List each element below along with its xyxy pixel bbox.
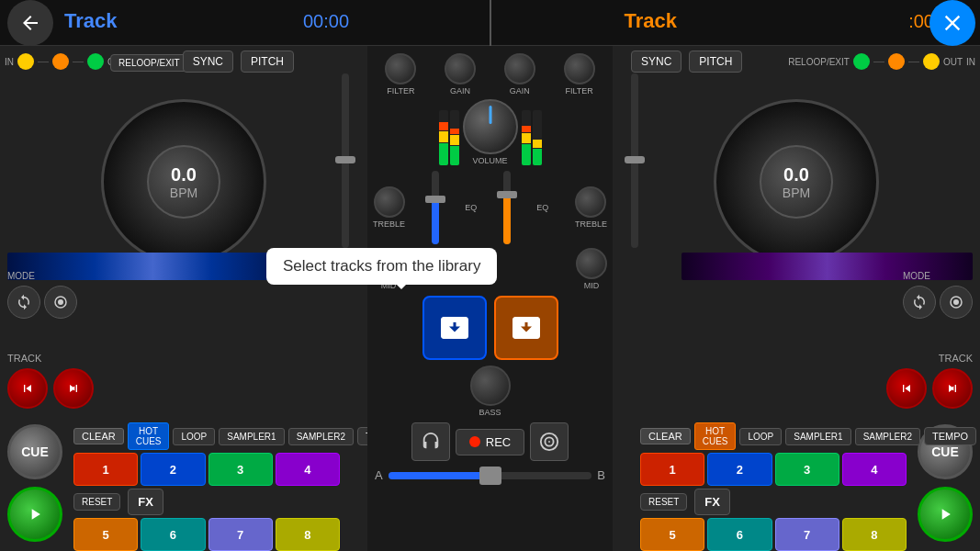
volume-knob[interactable] bbox=[463, 99, 518, 154]
target-btn[interactable] bbox=[530, 422, 569, 461]
pad-6-right[interactable]: 6 bbox=[707, 518, 772, 551]
next-track-btn-left[interactable] bbox=[53, 368, 94, 409]
track-left-label: Track bbox=[64, 9, 118, 33]
next-track-btn-right[interactable] bbox=[932, 368, 973, 409]
dash1-left: — bbox=[38, 55, 49, 68]
cue-btn-left[interactable]: CUE bbox=[7, 424, 62, 479]
crossfader-thumb[interactable] bbox=[479, 467, 501, 485]
pad-8-right[interactable]: 8 bbox=[842, 518, 907, 551]
pad-7-right[interactable]: 7 bbox=[775, 518, 839, 551]
play-btn-right[interactable] bbox=[918, 487, 973, 542]
b-label: B bbox=[597, 468, 605, 482]
mode-icon1-left[interactable] bbox=[7, 286, 40, 319]
fx-btn-right[interactable]: FX bbox=[694, 489, 730, 515]
sampler2-tab-left[interactable]: SAMPLER2 bbox=[288, 428, 354, 445]
gain-right-knob[interactable] bbox=[504, 53, 535, 84]
pad-7-left[interactable]: 7 bbox=[208, 518, 273, 551]
loop-tab-left[interactable]: LOOP bbox=[173, 428, 215, 445]
pad-3-left[interactable]: 3 bbox=[208, 453, 273, 486]
mode-icon2-right[interactable] bbox=[940, 286, 973, 319]
in-dot-left[interactable] bbox=[17, 53, 34, 70]
tooltip-bubble: Select tracks from the library bbox=[266, 248, 497, 285]
library-btn-left[interactable] bbox=[422, 296, 487, 360]
out-dot-left[interactable] bbox=[52, 53, 69, 70]
pad-1-left[interactable]: 1 bbox=[73, 453, 138, 486]
pad-8-left[interactable]: 8 bbox=[276, 518, 340, 551]
pad-2-right[interactable]: 2 bbox=[707, 453, 772, 486]
mid-right-knob[interactable] bbox=[576, 248, 607, 279]
pad-5-left[interactable]: 5 bbox=[73, 518, 138, 551]
library-btn-right[interactable] bbox=[494, 296, 558, 360]
treble-right-knob[interactable] bbox=[575, 186, 606, 218]
mode-label-right: MODE bbox=[903, 271, 930, 281]
pad-grid-top-left: 1 2 3 4 bbox=[73, 453, 340, 486]
filter-left-knob[interactable] bbox=[385, 53, 416, 84]
filter-right-label: FILTER bbox=[565, 86, 592, 96]
orange-dot-right[interactable] bbox=[888, 53, 905, 70]
hotcues-tab-right[interactable]: HOT CUES bbox=[694, 422, 737, 450]
treble-left-knob[interactable] bbox=[374, 186, 405, 218]
track-nav-left: TRACK bbox=[7, 349, 94, 409]
tooltip-text: Select tracks from the library bbox=[283, 257, 480, 275]
filter-right-knob[interactable] bbox=[564, 53, 595, 84]
left-vol-fader[interactable] bbox=[432, 171, 439, 244]
rec-button[interactable]: REC bbox=[456, 429, 524, 455]
io-section-left: IN — — OUT bbox=[5, 53, 127, 70]
mode-icon1-right[interactable] bbox=[903, 286, 936, 319]
track-right-label: Track bbox=[625, 9, 678, 33]
controls-row: REC bbox=[367, 419, 613, 465]
mode-label-left: MODE bbox=[7, 271, 35, 281]
pad-5-right[interactable]: 5 bbox=[640, 518, 704, 551]
fx-btn-left[interactable]: FX bbox=[128, 489, 163, 515]
center-vol-fader[interactable] bbox=[503, 171, 511, 244]
mixer: FILTER GAIN GAIN FILTER bbox=[367, 46, 613, 551]
loop-tab-right[interactable]: LOOP bbox=[739, 428, 782, 445]
time-left: 00:00 bbox=[303, 11, 349, 32]
pad-2-left[interactable]: 2 bbox=[141, 453, 205, 486]
bpm-value-left: 0.0 bbox=[171, 164, 197, 186]
mid-right-label: MID bbox=[584, 281, 600, 290]
sync-btn-left[interactable]: SYNC bbox=[183, 51, 233, 73]
sync-btn-right[interactable]: SYNC bbox=[631, 51, 681, 73]
bass-knob[interactable] bbox=[470, 365, 511, 406]
yellow-dot-right[interactable] bbox=[923, 53, 940, 70]
sampler2-tab-right[interactable]: SAMPLER2 bbox=[855, 428, 920, 445]
pad-4-left[interactable]: 4 bbox=[276, 453, 340, 486]
volume-label: VOLUME bbox=[472, 156, 507, 165]
pad-grid-top-right: 1 2 3 4 bbox=[640, 453, 907, 486]
pad-3-right[interactable]: 3 bbox=[775, 453, 839, 486]
prev-track-btn-right[interactable] bbox=[886, 368, 927, 409]
pitch-slider-left[interactable] bbox=[342, 73, 349, 257]
play-btn-left[interactable] bbox=[7, 487, 62, 542]
clear-btn-left[interactable]: CLEAR bbox=[73, 428, 124, 444]
crossfader-row: A B bbox=[367, 465, 613, 486]
green-dot-right[interactable] bbox=[853, 53, 870, 70]
eq-row: TREBLE EQ EQ bbox=[367, 169, 613, 246]
clear-btn-right[interactable]: CLEAR bbox=[640, 428, 691, 444]
mode-icon2-left[interactable] bbox=[44, 286, 77, 319]
pitch-slider-right[interactable] bbox=[631, 73, 638, 257]
hotcues-tab-left[interactable]: HOT CUES bbox=[128, 422, 170, 450]
pad-1-right[interactable]: 1 bbox=[640, 453, 704, 486]
sampler1-tab-left[interactable]: SAMPLER1 bbox=[219, 428, 284, 445]
headphone-btn[interactable] bbox=[411, 422, 450, 461]
reset-btn-left[interactable]: RESET bbox=[73, 493, 120, 511]
back-button[interactable] bbox=[7, 0, 53, 46]
reset-btn-right[interactable]: RESET bbox=[640, 493, 687, 511]
sync-pitch-left: SYNC PITCH bbox=[183, 51, 294, 73]
sampler1-tab-right[interactable]: SAMPLER1 bbox=[785, 428, 850, 445]
in-label-right: IN bbox=[966, 57, 975, 67]
pad-6-left[interactable]: 6 bbox=[141, 518, 205, 551]
prev-track-btn-left[interactable] bbox=[7, 368, 48, 409]
crossfader-track[interactable] bbox=[389, 472, 592, 479]
pad-4-right[interactable]: 4 bbox=[842, 453, 907, 486]
pitch-btn-right[interactable]: PITCH bbox=[689, 51, 742, 73]
tempo-btn-right[interactable]: TEMPO bbox=[924, 427, 976, 445]
gain-left-knob[interactable] bbox=[445, 53, 476, 84]
reloop-btn-left[interactable]: RELOOP/EXIT bbox=[110, 54, 188, 72]
svg-point-4 bbox=[548, 441, 550, 443]
pad-grid-bottom-right: 5 6 7 8 bbox=[640, 518, 907, 551]
out-dot2-left[interactable] bbox=[87, 53, 104, 70]
pitch-btn-left[interactable]: PITCH bbox=[241, 51, 294, 73]
close-button[interactable] bbox=[929, 0, 975, 46]
